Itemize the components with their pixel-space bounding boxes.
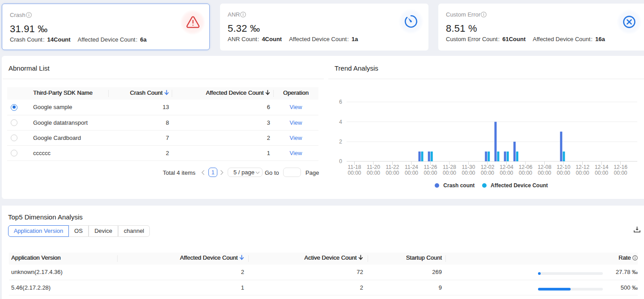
svg-text:6: 6 xyxy=(339,99,342,105)
svg-text:2: 2 xyxy=(339,139,342,145)
svg-text:11-30: 11-30 xyxy=(462,164,475,170)
svg-text:00:00: 00:00 xyxy=(386,170,399,176)
svg-text:12-04: 12-04 xyxy=(500,164,513,170)
svg-text:11-22: 11-22 xyxy=(386,164,399,170)
svg-text:0: 0 xyxy=(339,158,342,164)
svg-text:00:00: 00:00 xyxy=(576,170,589,176)
svg-text:12-12: 12-12 xyxy=(576,164,589,170)
svg-text:00:00: 00:00 xyxy=(424,170,437,176)
svg-text:12-08: 12-08 xyxy=(538,164,551,170)
svg-text:00:00: 00:00 xyxy=(614,170,627,176)
svg-text:11-24: 11-24 xyxy=(405,164,418,170)
svg-text:12-10: 12-10 xyxy=(557,164,571,170)
svg-text:00:00: 00:00 xyxy=(595,170,608,176)
svg-text:12-02: 12-02 xyxy=(481,164,495,170)
svg-text:11-20: 11-20 xyxy=(367,164,380,170)
svg-text:00:00: 00:00 xyxy=(500,170,513,176)
svg-text:11-28: 11-28 xyxy=(443,164,456,170)
svg-text:00:00: 00:00 xyxy=(443,170,456,176)
svg-text:00:00: 00:00 xyxy=(462,170,475,176)
svg-text:00:00: 00:00 xyxy=(538,170,551,176)
svg-text:00:00: 00:00 xyxy=(405,170,418,176)
svg-text:00:00: 00:00 xyxy=(519,170,532,176)
svg-text:11-18: 11-18 xyxy=(348,164,361,170)
svg-text:00:00: 00:00 xyxy=(367,170,380,176)
svg-text:00:00: 00:00 xyxy=(347,170,361,176)
svg-text:4: 4 xyxy=(339,119,342,125)
svg-text:11-26: 11-26 xyxy=(424,164,437,170)
svg-text:00:00: 00:00 xyxy=(557,170,570,176)
svg-text:12-14: 12-14 xyxy=(595,164,609,170)
svg-text:00:00: 00:00 xyxy=(481,170,494,176)
svg-text:12-16: 12-16 xyxy=(614,164,627,170)
svg-text:12-06: 12-06 xyxy=(519,164,533,170)
